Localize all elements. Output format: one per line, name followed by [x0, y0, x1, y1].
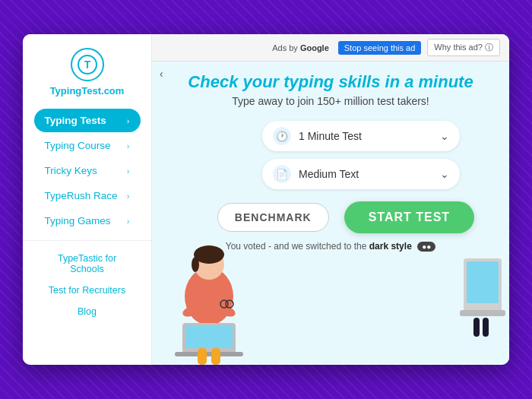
illustration-person — [160, 213, 258, 365]
sidebar-item-typing-games[interactable]: Typing Games › — [34, 209, 141, 233]
logo-icon: T — [71, 48, 104, 81]
main-content: Ads by Google Stop seeing this ad Why th… — [152, 34, 509, 365]
svg-rect-18 — [473, 318, 480, 337]
svg-text:T: T — [84, 59, 90, 71]
svg-point-5 — [192, 257, 199, 272]
why-ad-button[interactable]: Why this ad? ⓘ — [427, 39, 500, 56]
chevron-down-icon: ⌄ — [440, 130, 449, 142]
ad-label: Ads by Google — [272, 43, 329, 52]
svg-rect-17 — [460, 310, 505, 316]
chevron-icon: › — [127, 116, 130, 125]
sidebar: T TypingTest.com Typing Tests › Typing C… — [23, 34, 152, 365]
chevron-down-icon: ⌄ — [440, 168, 449, 180]
subheadline: Type away to join 150+ million test take… — [232, 95, 429, 107]
ad-bar: Ads by Google Stop seeing this ad Why th… — [152, 34, 509, 62]
start-test-button[interactable]: START TEST — [344, 201, 474, 233]
chevron-icon: › — [127, 141, 130, 150]
illustration-laptop-right — [460, 251, 505, 342]
duration-dropdown[interactable]: 🕐 1 Minute Test ⌄ — [262, 121, 460, 151]
sidebar-item-typing-course[interactable]: Typing Course › — [34, 134, 141, 157]
sidebar-item-tricky-keys[interactable]: Tricky Keys › — [34, 159, 141, 182]
duration-label: 1 Minute Test — [299, 130, 432, 142]
sidebar-item-blog[interactable]: Blog — [34, 302, 141, 321]
svg-rect-8 — [175, 352, 243, 356]
svg-rect-13 — [198, 348, 207, 365]
logo-area: T TypingTest.com — [50, 48, 125, 97]
text-type-label: Medium Text — [299, 168, 432, 180]
svg-rect-19 — [483, 318, 489, 337]
sidebar-item-typing-tests[interactable]: Typing Tests › — [34, 109, 141, 132]
content-area: Check your typing skills in a minute Typ… — [152, 62, 509, 365]
text-type-dropdown[interactable]: 📄 Medium Text ⌄ — [262, 159, 460, 189]
svg-rect-7 — [185, 325, 233, 348]
chevron-icon: › — [127, 166, 130, 176]
document-icon: 📄 — [273, 165, 291, 183]
clock-icon: 🕐 — [273, 127, 291, 145]
dropdowns-container: 🕐 1 Minute Test ⌄ 📄 Medium Text ⌄ — [262, 121, 460, 189]
sidebar-item-typetastic[interactable]: TypeTastic for Schools — [34, 249, 141, 279]
chevron-icon: › — [127, 217, 130, 226]
svg-rect-14 — [211, 348, 220, 365]
logo-text: TypingTest.com — [50, 85, 125, 97]
nav-list: Typing Tests › Typing Course › Tricky Ke… — [23, 109, 151, 321]
svg-rect-16 — [467, 261, 499, 303]
app-window: T TypingTest.com Typing Tests › Typing C… — [23, 34, 509, 365]
nav-divider — [23, 240, 151, 241]
sidebar-item-typerush-race[interactable]: TypeRush Race › — [34, 184, 141, 207]
sidebar-item-recruiters[interactable]: Test for Recruiters — [34, 280, 141, 300]
dark-style-badge: ●● — [417, 242, 435, 252]
chevron-icon: › — [127, 192, 130, 201]
stop-ad-button[interactable]: Stop seeing this ad — [338, 41, 422, 55]
headline: Check your typing skills in a minute — [188, 72, 473, 92]
